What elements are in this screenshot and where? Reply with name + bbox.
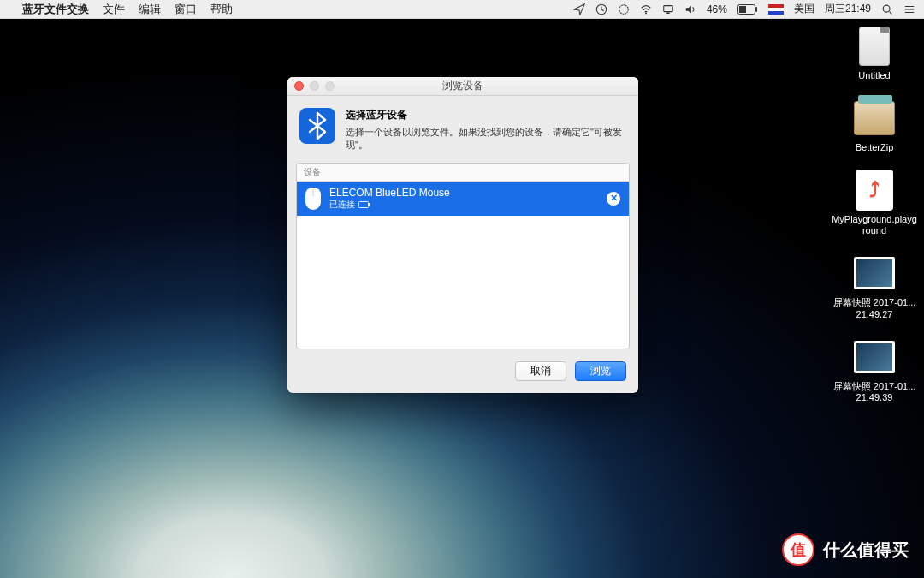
- device-list-header: 设备: [297, 164, 629, 182]
- display-icon[interactable]: [662, 3, 674, 15]
- notification-center-icon[interactable]: [903, 3, 915, 15]
- menu-bar: 蓝牙文件交换 文件 编辑 窗口 帮助 46% 美国 周三21:49: [0, 0, 924, 19]
- menu-file[interactable]: 文件: [103, 2, 125, 17]
- app-menu[interactable]: 蓝牙文件交换: [22, 2, 89, 17]
- cancel-button[interactable]: 取消: [515, 361, 566, 381]
- volume-icon[interactable]: [684, 3, 696, 15]
- location-icon[interactable]: [573, 3, 585, 15]
- input-source-label[interactable]: 美国: [794, 2, 814, 16]
- menu-window[interactable]: 窗口: [175, 2, 197, 17]
- device-list: 设备 ELECOM BlueLED Mouse 已连接 ✕: [296, 163, 630, 349]
- screenshot-thumb-icon: [854, 341, 895, 373]
- sdcard-icon: [859, 27, 890, 66]
- desktop-icon-screenshot-2[interactable]: 屏幕快照 2017-01...21.49.39: [832, 337, 917, 405]
- svg-rect-9: [359, 201, 369, 207]
- playground-file-icon: ⤴: [856, 170, 893, 211]
- spotlight-icon[interactable]: [881, 3, 893, 15]
- svg-rect-6: [755, 7, 757, 12]
- watermark-badge-icon: 值: [782, 533, 814, 566]
- desktop-icon-label: BetterZip: [856, 142, 894, 154]
- device-status: 已连接: [329, 199, 355, 211]
- window-zoom-button: [325, 81, 335, 91]
- menu-edit[interactable]: 编辑: [139, 2, 161, 17]
- watermark-text: 什么值得买: [823, 539, 909, 562]
- swift-icon: ⤴: [869, 178, 880, 202]
- desktop-icons-area: Untitled BetterZip ⤴ MyPlayground.playgr…: [832, 26, 917, 420]
- svg-point-7: [883, 5, 890, 12]
- dialog-title: 浏览设备: [442, 79, 483, 93]
- svg-rect-3: [664, 5, 673, 11]
- battery-small-icon: [358, 201, 370, 208]
- desktop-icon-label: 屏幕快照 2017-01...21.49.27: [832, 297, 917, 321]
- flag-icon[interactable]: [768, 4, 784, 15]
- svg-rect-5: [739, 6, 746, 13]
- bluetooth-icon: [299, 108, 335, 144]
- box-icon: [854, 101, 895, 135]
- desktop-icon-label: MyPlayground.playground: [832, 214, 917, 238]
- sync-icon[interactable]: [618, 3, 630, 15]
- dialog-titlebar[interactable]: 浏览设备: [287, 77, 638, 96]
- mouse-icon: [305, 188, 321, 210]
- desktop-icon-label: 屏幕快照 2017-01...21.49.39: [832, 381, 917, 405]
- desktop-icon-label: Untitled: [858, 70, 890, 82]
- desktop-icon-playground[interactable]: ⤴ MyPlayground.playground: [832, 170, 917, 238]
- screenshot-thumb-icon: [854, 257, 895, 289]
- device-name: ELECOM BlueLED Mouse: [329, 187, 598, 199]
- svg-point-2: [645, 12, 647, 14]
- browse-devices-dialog: 浏览设备 选择蓝牙设备 选择一个设备以浏览文件。如果没找到您的设备，请确定它"可…: [287, 77, 638, 393]
- svg-point-1: [619, 4, 629, 14]
- clock-icon[interactable]: [595, 3, 607, 15]
- window-minimize-button: [310, 81, 319, 91]
- svg-rect-10: [369, 203, 370, 206]
- remove-device-button[interactable]: ✕: [607, 192, 620, 206]
- battery-icon[interactable]: [737, 4, 758, 15]
- window-close-button[interactable]: [294, 81, 304, 91]
- menu-help[interactable]: 帮助: [210, 2, 233, 17]
- dialog-description: 选择一个设备以浏览文件。如果没找到您的设备，请确定它"可被发现"。: [346, 126, 626, 152]
- desktop-icon-betterzip[interactable]: BetterZip: [832, 98, 917, 154]
- browse-button[interactable]: 浏览: [575, 361, 626, 381]
- dialog-heading: 选择蓝牙设备: [346, 108, 626, 122]
- clock-text[interactable]: 周三21:49: [825, 2, 871, 16]
- wifi-icon[interactable]: [640, 3, 652, 15]
- device-row-selected[interactable]: ELECOM BlueLED Mouse 已连接 ✕: [297, 182, 629, 216]
- battery-percent[interactable]: 46%: [707, 3, 727, 15]
- watermark: 值 什么值得买: [782, 533, 909, 566]
- desktop-icon-screenshot-1[interactable]: 屏幕快照 2017-01...21.49.27: [832, 253, 917, 321]
- desktop-icon-sdcard[interactable]: Untitled: [832, 26, 917, 82]
